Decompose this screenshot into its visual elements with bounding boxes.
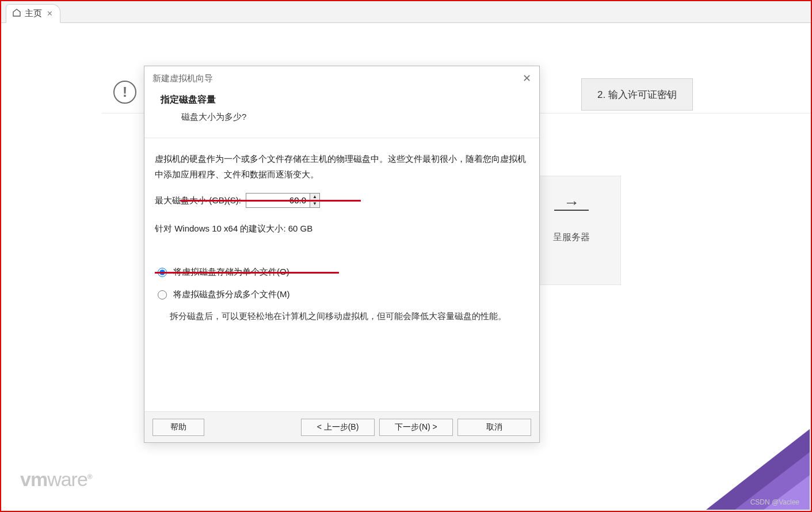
logo-bold: vm <box>20 468 47 490</box>
arrow-right-icon: → <box>528 194 615 212</box>
dialog-heading: 指定磁盘容量 <box>161 94 523 106</box>
card-label: 呈服务器 <box>528 232 615 244</box>
dialog-title-bar: 新建虚拟机向导 ✕ <box>144 66 539 90</box>
radio-split-files-desc: 拆分磁盘后，可以更轻松地在计算机之间移动虚拟机，但可能会降低大容量磁盘的性能。 <box>170 309 529 324</box>
help-button[interactable]: 帮助 <box>153 419 204 436</box>
vmware-logo: vmware® <box>20 468 92 491</box>
tab-bar: 主页 ✕ <box>1 1 811 23</box>
help-button-label: 帮助 <box>170 422 186 433</box>
license-key-label: 2. 输入许可证密钥 <box>597 88 677 101</box>
tab-label: 主页 <box>25 8 42 19</box>
close-icon[interactable]: ✕ <box>523 72 531 85</box>
watermark: CSDN @Vaclee <box>750 498 799 506</box>
cancel-button-label: 取消 <box>486 422 502 433</box>
tab-home[interactable]: 主页 ✕ <box>6 4 60 23</box>
home-icon <box>12 8 21 19</box>
back-button[interactable]: < 上一步(B) <box>301 419 375 436</box>
radio-split-files[interactable]: 将虚拟磁盘拆分成多个文件(M) <box>155 286 529 302</box>
dialog-header: 指定磁盘容量 磁盘大小为多少? <box>144 90 539 138</box>
back-button-label: < 上一步(B) <box>317 422 359 433</box>
logo-thin: ware <box>47 468 87 490</box>
dialog-body: 虚拟机的硬盘作为一个或多个文件存储在主机的物理磁盘中。这些文件最初很小，随着您向… <box>144 138 539 411</box>
corner-decoration <box>666 406 810 510</box>
dialog-title: 新建虚拟机向导 <box>153 73 213 84</box>
next-button[interactable]: 下一步(N) > <box>379 419 453 436</box>
dialog-description: 虚拟机的硬盘作为一个或多个文件存储在主机的物理磁盘中。这些文件最初很小，随着您向… <box>155 151 529 182</box>
radio-split-files-input[interactable] <box>158 290 167 299</box>
dialog-subheading: 磁盘大小为多少? <box>181 112 523 123</box>
radio-split-files-label: 将虚拟磁盘拆分成多个文件(M) <box>173 286 290 302</box>
cancel-button[interactable]: 取消 <box>458 419 531 436</box>
dialog-footer: 帮助 < 上一步(B) 下一步(N) > 取消 <box>144 411 539 442</box>
close-icon[interactable]: ✕ <box>45 9 54 18</box>
step-up-icon[interactable]: ▲ <box>310 194 319 200</box>
annotation-underline <box>180 200 361 202</box>
recommended-size: 针对 Windows 10 x64 的建议大小: 60 GB <box>155 221 529 236</box>
next-button-label: 下一步(N) > <box>395 422 437 433</box>
license-key-button[interactable]: 2. 输入许可证密钥 <box>581 78 693 111</box>
alert-icon: ! <box>113 81 136 104</box>
annotation-underline <box>155 272 339 274</box>
svg-marker-0 <box>706 429 810 510</box>
new-vm-wizard-dialog: 新建虚拟机向导 ✕ 指定磁盘容量 磁盘大小为多少? 虚拟机的硬盘作为一个或多个文… <box>144 66 540 443</box>
